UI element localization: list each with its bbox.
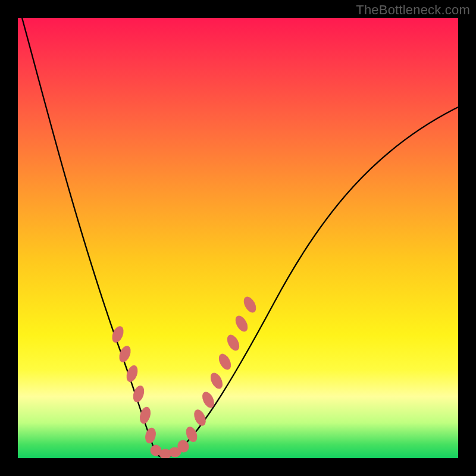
svg-point-13 (209, 371, 225, 390)
watermark-text: TheBottleneck.com (356, 2, 470, 18)
svg-point-17 (242, 295, 258, 314)
svg-point-5 (144, 427, 157, 444)
svg-point-16 (233, 314, 250, 333)
highlight-markers (110, 295, 258, 458)
svg-point-14 (217, 352, 233, 371)
chart-container: TheBottleneck.com (0, 0, 476, 476)
curve-layer (18, 18, 458, 458)
svg-point-15 (225, 333, 241, 352)
svg-point-2 (125, 364, 140, 383)
svg-point-11 (192, 408, 208, 427)
plot-area (18, 18, 458, 458)
bottleneck-curve (22, 18, 458, 457)
svg-point-10 (184, 425, 199, 443)
